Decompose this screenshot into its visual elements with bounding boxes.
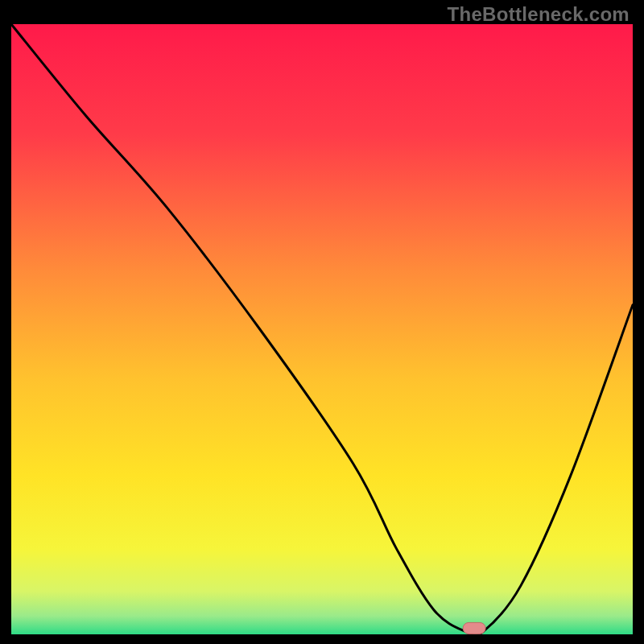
heat-gradient-background [11, 24, 633, 634]
optimal-marker-pill [463, 622, 485, 634]
watermark-text: TheBottleneck.com [448, 3, 630, 26]
chart-container: TheBottleneck.com [0, 0, 644, 644]
optimal-marker [463, 622, 485, 634]
bottleneck-chart [11, 24, 633, 634]
